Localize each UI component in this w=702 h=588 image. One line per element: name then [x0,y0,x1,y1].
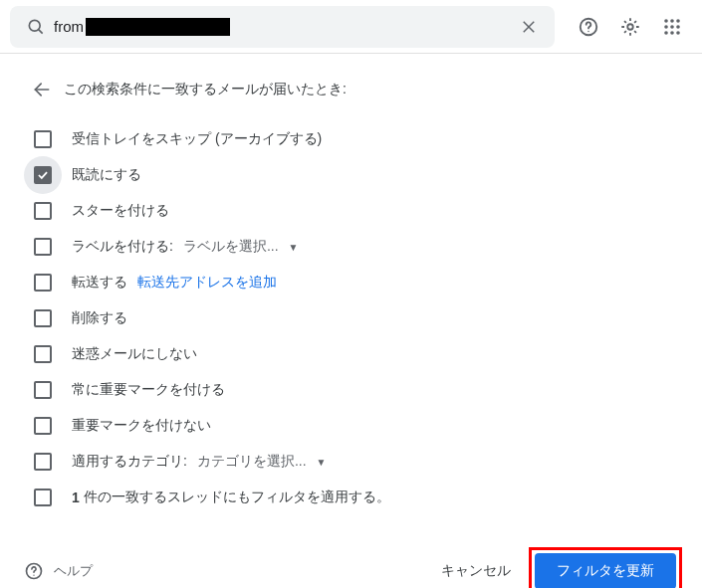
label-apply-to-matching: 1 件の一致するスレッドにもフィルタを適用する。 [72,489,390,506]
label-apply-to-matching-text: 件の一致するスレッドにもフィルタを適用する。 [84,489,390,506]
svg-point-14 [670,31,674,35]
label-dropdown[interactable]: ラベルを選択... ▼ [183,238,299,256]
option-not-spam: 迷惑メールにしない [24,336,682,372]
svg-point-11 [670,25,674,29]
svg-line-1 [39,29,43,33]
header-actions [565,9,702,45]
match-count: 1 [72,490,80,505]
header-bar: from [0,0,702,54]
label-not-spam: 迷惑メールにしない [72,345,197,363]
option-star: スターを付ける [24,193,682,229]
label-apply-label: ラベルを付ける: ラベルを選択... ▼ [72,238,298,256]
checkbox-never-important[interactable] [34,417,52,435]
label-mark-read: 既読にする [72,166,141,184]
checkbox-not-spam[interactable] [34,345,52,363]
checkbox-category[interactable] [34,453,52,471]
checkbox-apply-to-matching[interactable] [34,489,52,506]
search-bar[interactable]: from [10,6,555,48]
option-apply-label: ラベルを付ける: ラベルを選択... ▼ [24,229,682,265]
label-forward: 転送する 転送先アドレスを追加 [72,274,277,292]
label-forward-prefix: 転送する [72,274,127,292]
svg-point-7 [664,19,668,23]
back-button[interactable] [24,72,60,107]
label-star: スターを付ける [72,202,169,220]
svg-point-6 [627,24,633,30]
option-apply-to-matching: 1 件の一致するスレッドにもフィルタを適用する。 [24,480,682,515]
apps-icon[interactable] [654,9,690,45]
svg-point-0 [29,20,40,31]
submit-highlight: フィルタを更新 [529,547,682,588]
search-icon[interactable] [20,11,52,43]
checkbox-forward[interactable] [34,274,52,292]
search-input[interactable]: from [52,18,513,36]
svg-point-13 [664,31,668,35]
option-skip-inbox: 受信トレイをスキップ (アーカイブする) [24,121,682,157]
category-dropdown[interactable]: カテゴリを選択... ▼ [197,453,327,471]
settings-icon[interactable] [612,9,648,45]
svg-point-18 [33,575,34,576]
checkbox-star[interactable] [34,202,52,220]
label-always-important: 常に重要マークを付ける [72,381,225,399]
label-apply-label-prefix: ラベルを付ける: [72,238,173,256]
footer: ヘルプ キャンセル フィルタを更新 [0,533,702,588]
checkbox-skip-inbox[interactable] [34,130,52,148]
filter-actions-panel: この検索条件に一致するメールが届いたとき: 受信トレイをスキップ (アーカイブす… [0,54,702,525]
option-category: 適用するカテゴリ: カテゴリを選択... ▼ [24,444,682,480]
clear-search-icon[interactable] [513,11,545,43]
checkbox-mark-read[interactable] [34,166,52,184]
checkbox-highlight [24,156,62,194]
svg-point-10 [664,25,668,29]
svg-point-8 [670,19,674,23]
help-link[interactable]: ヘルプ [24,561,93,581]
category-dropdown-text: カテゴリを選択... [197,453,307,471]
svg-point-15 [676,31,680,35]
svg-point-12 [676,25,680,29]
chevron-down-icon: ▼ [317,457,327,468]
cancel-button[interactable]: キャンセル [423,554,529,588]
help-label: ヘルプ [54,562,93,580]
label-dropdown-text: ラベルを選択... [183,238,279,256]
search-prefix: from [54,18,84,35]
heading-row: この検索条件に一致するメールが届いたとき: [24,72,682,107]
label-never-important: 重要マークを付けない [72,417,211,435]
option-always-important: 常に重要マークを付ける [24,372,682,408]
option-delete: 削除する [24,300,682,336]
search-redacted [86,18,230,36]
checkbox-delete[interactable] [34,309,52,327]
option-forward: 転送する 転送先アドレスを追加 [24,265,682,300]
checkbox-apply-label[interactable] [34,238,52,256]
svg-point-9 [676,19,680,23]
checkbox-always-important[interactable] [34,381,52,399]
chevron-down-icon: ▼ [289,242,299,253]
label-skip-inbox: 受信トレイをスキップ (アーカイブする) [72,130,322,148]
option-mark-read: 既読にする [24,157,682,193]
add-forwarding-address-link[interactable]: 転送先アドレスを追加 [137,274,277,292]
support-icon[interactable] [571,9,606,45]
label-delete: 削除する [72,309,127,327]
svg-point-5 [587,30,588,31]
panel-heading: この検索条件に一致するメールが届いたとき: [64,81,347,98]
label-category-prefix: 適用するカテゴリ: [72,453,187,471]
label-category: 適用するカテゴリ: カテゴリを選択... ▼ [72,453,326,471]
update-filter-button[interactable]: フィルタを更新 [535,553,676,588]
option-never-important: 重要マークを付けない [24,408,682,444]
